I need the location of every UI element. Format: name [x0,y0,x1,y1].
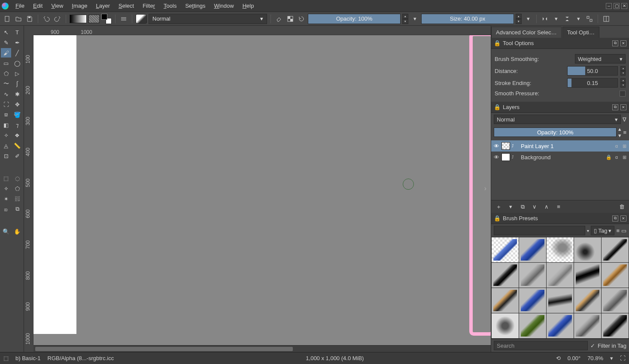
tool-ellipse[interactable]: ◯ [12,58,22,68]
opacity-menu-button[interactable]: ▾ [410,14,419,24]
save-file-button[interactable] [25,14,34,24]
layer-item[interactable]: 👁 ⤴ Background 🔒 α ⊞ [491,152,629,163]
mirror-v-menu[interactable]: ▾ [574,14,583,24]
gradient-swatch[interactable] [70,15,87,23]
brush-preset[interactable] [602,263,629,288]
brush-preset[interactable] [574,313,601,338]
tool-magnetic-select[interactable]: ⧉ [12,204,22,214]
tool-gradient[interactable]: ◧ [1,120,11,130]
tool-bezier[interactable]: 〜 [1,79,11,88]
preset-search-input[interactable]: Search [494,341,588,350]
rotate-icon[interactable]: ⟲ [556,355,561,361]
tool-move-layer[interactable]: ✥ [12,100,22,109]
eraser-toggle-button[interactable] [274,14,284,24]
preset-storage-button[interactable]: ▭ [621,228,626,234]
tool-crop[interactable]: ⟏ [1,110,11,119]
menu-image[interactable]: Image [67,1,91,11]
canvas-document[interactable] [33,35,76,334]
tool-contiguous-select[interactable]: ✴ [1,194,11,203]
brush-preset[interactable] [574,288,601,313]
tool-smart-fill[interactable]: ❖ [12,130,22,140]
blend-mode-combo[interactable]: Normal▾ [149,14,267,24]
menu-tools[interactable]: Tools [159,1,181,11]
tool-pan[interactable]: ✋ [12,227,22,236]
filter-in-tag-label[interactable]: Filter in Tag [598,343,626,349]
filter-check-icon[interactable]: ✓ [590,343,595,349]
redo-button[interactable] [53,14,62,24]
tool-freehand-select[interactable]: ⟡ [1,184,11,193]
brush-preset[interactable] [547,288,574,313]
tool-move[interactable]: ↖ [1,27,11,37]
brush-preset-icon[interactable] [136,14,147,24]
tool-line[interactable]: ╱ [12,48,22,58]
brush-preset[interactable] [547,313,574,338]
tool-polygon[interactable]: ⬠ [1,69,11,78]
tool-pattern-edit[interactable]: ✧ [1,130,11,140]
brush-preset[interactable] [602,288,629,313]
wrap-around-button[interactable] [585,14,594,24]
undo-button[interactable] [42,14,51,24]
tool-assistant[interactable]: ◬ [1,141,11,150]
tool-fill[interactable]: 🪣 [12,110,22,119]
preset-view-list-button[interactable]: ≡ [616,228,620,234]
menu-help[interactable]: Help [238,1,258,11]
mirror-h-menu[interactable]: ▾ [551,14,561,24]
mirror-vertical-button[interactable] [562,14,572,24]
layer-opacity-menu[interactable]: ≡ [623,129,626,136]
tool-edit-shapes[interactable]: ✎ [1,38,11,47]
layer-props-icon[interactable]: ⊞ [621,143,627,149]
brush-settings-button[interactable] [119,14,128,24]
brush-preset[interactable] [492,288,519,313]
window-minimize-icon[interactable]: – [606,3,612,9]
tool-transform[interactable]: ⛶ [1,100,11,109]
tool-color-picker[interactable]: ⁊ [12,120,22,130]
tool-similar-select[interactable]: ⛆ [12,194,22,203]
tab-advanced-color[interactable]: Advanced Color Selec… [491,27,562,38]
tool-ellipse-select[interactable]: ◌ [12,173,22,183]
menu-view[interactable]: View [47,1,67,11]
menu-layer[interactable]: Layer [91,1,114,11]
size-menu-button[interactable]: ▾ [523,14,533,24]
alpha-icon[interactable]: α [614,155,620,160]
status-angle[interactable]: 0.00° [568,355,581,361]
tool-annotation[interactable]: ✐ [12,151,22,161]
brush-preset[interactable] [519,313,546,338]
menu-window[interactable]: Window [210,1,238,11]
canvas-viewport[interactable]: › [33,35,491,345]
brush-preset[interactable] [574,237,601,262]
layer-item[interactable]: 👁 ⤴ Paint Layer 1 α ⊞ [491,140,629,152]
brush-preset[interactable] [574,263,601,288]
opacity-slider[interactable]: Opacity: 100% [308,14,401,24]
brush-preset[interactable] [547,237,574,262]
float-panel-button[interactable]: ⧉ [612,104,618,110]
tool-rectangle[interactable]: ▭ [1,58,11,68]
open-file-button[interactable] [14,14,23,24]
alpha-lock-button[interactable] [286,14,295,24]
move-layer-up-button[interactable]: ∧ [543,203,550,211]
tool-text[interactable]: T [12,27,22,37]
float-panel-button[interactable]: ⧉ [612,215,618,221]
tag-button[interactable]: ▯Tag▾ [591,226,614,235]
tool-reference[interactable]: ⊡ [1,151,11,161]
reload-preset-button[interactable] [297,14,306,24]
window-maximize-icon[interactable]: ▢ [614,3,620,9]
brush-preset[interactable] [492,263,519,288]
brush-preset[interactable] [547,263,574,288]
close-panel-button[interactable]: ✕ [620,215,626,221]
distance-spinner[interactable]: ▴▾ [620,66,626,76]
layer-opacity-spinner[interactable]: ▴▾ [618,126,621,139]
distance-field[interactable]: 50.0 [567,66,618,76]
layer-name[interactable]: Background [516,154,604,161]
menu-settings[interactable]: Settings [181,1,210,11]
tool-freehand-path[interactable]: ʃ [12,79,22,88]
tool-dynamic-brush[interactable]: ∿ [1,89,11,99]
float-panel-button[interactable]: ⧉ [612,40,618,46]
horizontal-scrollbar[interactable] [33,345,491,352]
layer-opacity-slider[interactable]: Opacity: 100% [494,127,617,137]
window-close-icon[interactable]: ✕ [621,3,627,9]
visibility-icon[interactable]: 👁 [493,143,500,149]
menu-edit[interactable]: Edit [29,1,47,11]
brush-preset[interactable] [492,237,519,262]
pattern-swatch[interactable] [88,15,100,23]
selection-mode-icon[interactable]: ⬚ [3,355,9,361]
